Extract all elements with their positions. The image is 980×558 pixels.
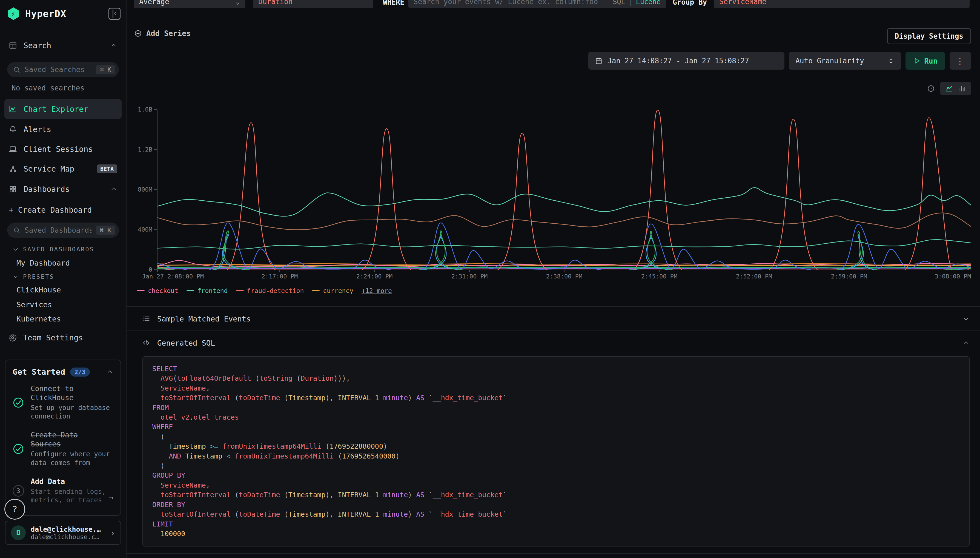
no-saved-searches-text: No saved searches	[11, 84, 84, 92]
sidebar-dashboard-clickhouse[interactable]: ClickHouse	[16, 286, 61, 294]
sidebar-item-service-map[interactable]: Service MapBETA	[4, 160, 122, 177]
line-chart-icon[interactable]	[945, 85, 953, 92]
get-started-item[interactable]: Connect to ClickHouse Set up your databa…	[5, 379, 121, 426]
legend-more-link[interactable]: +12 more	[362, 287, 392, 294]
series-line	[157, 213, 971, 230]
x-axis-tick	[971, 270, 971, 272]
clock-icon[interactable]	[927, 85, 935, 92]
section-header[interactable]: SAVED DASHBOARDS	[12, 246, 94, 253]
saved-searches-input[interactable]: Saved Searches ⌘ K	[7, 62, 119, 77]
gear-icon	[9, 334, 16, 341]
search-icon	[13, 66, 20, 73]
legend-item-currency[interactable]: currency	[312, 287, 353, 294]
legend-swatch	[137, 290, 145, 291]
chart-line-icon	[9, 105, 17, 113]
chevron-up-icon	[110, 185, 117, 193]
kebab-icon: ⋮	[956, 56, 965, 66]
chevron-up-icon[interactable]	[106, 368, 113, 376]
play-icon	[913, 57, 920, 64]
sidebar-item-search[interactable]: Search	[4, 37, 122, 54]
sidebar-dashboard-services[interactable]: Services	[16, 300, 52, 309]
legend-item-checkout[interactable]: checkout	[137, 287, 178, 294]
more-options-button[interactable]: ⋮	[950, 52, 971, 70]
user-menu[interactable]: D dale@clickhouse.… dale@clickhouse.c… ›	[5, 521, 121, 545]
brand-title: HyperDX	[25, 8, 103, 19]
run-button[interactable]: Run	[905, 52, 945, 70]
chart-type-toggle	[940, 82, 971, 95]
saved-dashboards-input[interactable]: Saved Dashboards ⌘ K	[7, 223, 119, 238]
sidebar-item-label: Alerts	[24, 125, 51, 134]
bar-chart-icon[interactable]	[958, 85, 966, 92]
shortcut-badge: ⌘ K	[96, 226, 115, 235]
help-button[interactable]: ?	[4, 499, 25, 520]
sample-events-panel-header[interactable]: Sample Matched Events	[126, 307, 980, 330]
aggregation-select[interactable]: Average ⌄	[134, 0, 245, 8]
legend-label: fraud-detection	[247, 287, 304, 294]
sidebar-item-label: Chart Explorer	[24, 105, 88, 114]
get-started-item[interactable]: Create Data Sources Configure where your…	[5, 426, 121, 472]
create-dashboard-label: + Create Dashboard	[9, 205, 92, 215]
sidebar-dashboard-my-dashboard[interactable]: My Dashboard	[16, 259, 70, 267]
chevron-up-icon[interactable]	[962, 339, 970, 346]
sql-option[interactable]: SQL	[613, 0, 625, 6]
y-axis-label: 800M	[127, 186, 152, 193]
language-switch[interactable]: SQL | Lucene	[613, 0, 661, 6]
y-axis-label: 1.2B	[127, 146, 152, 153]
legend-item-frontend[interactable]: frontend	[187, 287, 228, 294]
sidebar-item-dashboards[interactable]: Dashboards	[4, 181, 122, 198]
user-name: dale@clickhouse.…	[31, 525, 105, 533]
collapse-sidebar-icon[interactable]	[108, 8, 121, 20]
legend-label: frontend	[198, 287, 228, 294]
query-builder-row: Average ⌄ Duration WHERE Search your eve…	[126, 0, 980, 8]
display-settings-button[interactable]: Display Settings	[887, 28, 971, 44]
series-line	[157, 223, 971, 270]
sidebar-item-client-sessions[interactable]: Client Sessions	[4, 140, 122, 158]
sql-line: )	[152, 461, 960, 471]
sidebar-item-label: Service Map	[24, 164, 74, 174]
section-header[interactable]: PRESETS	[12, 273, 54, 280]
field-value: Duration	[258, 0, 293, 6]
legend-item-fraud-detection[interactable]: fraud-detection	[236, 287, 304, 294]
aggregation-value: Average	[139, 0, 169, 6]
x-axis-label: 3:08:00 PM	[935, 273, 971, 280]
sql-line: Timestamp >= fromUnixTimestamp64Milli (1…	[152, 441, 960, 451]
x-axis-label: 2:24:00 PM	[356, 273, 393, 280]
time-series-chart[interactable]: 1.6B1.2B800M400M0 Jan 27 2:08:00 PM2:17:…	[126, 107, 980, 299]
sidebar-dashboard-kubernetes[interactable]: Kubernetes	[16, 315, 61, 323]
granularity-select[interactable]: Auto Granularity	[789, 52, 901, 70]
generated-sql-code[interactable]: SELECT AVG(toFloat64OrDefault (toString …	[142, 356, 970, 547]
sidebar-item-team-settings[interactable]: Team Settings	[4, 329, 122, 346]
generated-sql-panel-header[interactable]: Generated SQL	[126, 331, 980, 354]
section-label: PRESETS	[23, 273, 54, 280]
x-axis-tick	[374, 270, 375, 272]
add-series-button[interactable]: Add Series	[134, 29, 191, 38]
lucene-option[interactable]: Lucene	[636, 0, 661, 6]
create-dashboard-button[interactable]: + Create Dashboard	[4, 202, 122, 218]
sidebar-item-alerts[interactable]: Alerts	[4, 121, 122, 138]
calendar-icon	[595, 57, 602, 65]
series-checkout	[157, 260, 971, 267]
legend-label: currency	[323, 287, 353, 294]
chart-canvas[interactable]	[157, 110, 971, 270]
run-label: Run	[924, 57, 937, 65]
divider	[126, 19, 980, 19]
sidebar-item-chart-explorer[interactable]: Chart Explorer	[4, 99, 122, 119]
date-range-picker[interactable]: Jan 27 14:08:27 - Jan 27 15:08:27	[588, 52, 784, 70]
chevron-down-icon[interactable]	[962, 315, 970, 322]
chart-type-row	[927, 82, 971, 95]
group-by-value: ServiceName	[719, 0, 766, 6]
avatar: D	[11, 525, 26, 540]
search-query-input[interactable]: Search your events w/ Lucene ex. column:…	[408, 0, 666, 8]
chevron-right-icon: ›	[110, 528, 115, 538]
group-by-input[interactable]: ServiceName	[714, 0, 970, 8]
main-content: Average ⌄ Duration WHERE Search your eve…	[126, 0, 980, 558]
user-email: dale@clickhouse.c…	[31, 533, 105, 540]
group-by-label: Group By	[673, 0, 707, 8]
x-axis-tick	[754, 270, 754, 272]
get-started-card: Get Started 2/3 Connect to ClickHouse Se…	[5, 359, 121, 516]
select-arrows-icon	[887, 57, 895, 64]
legend-swatch	[187, 290, 194, 291]
saved-dashboards-placeholder: Saved Dashboards	[25, 226, 92, 234]
x-axis-label: Jan 27 2:08:00 PM	[142, 273, 204, 280]
field-input[interactable]: Duration	[253, 0, 373, 8]
